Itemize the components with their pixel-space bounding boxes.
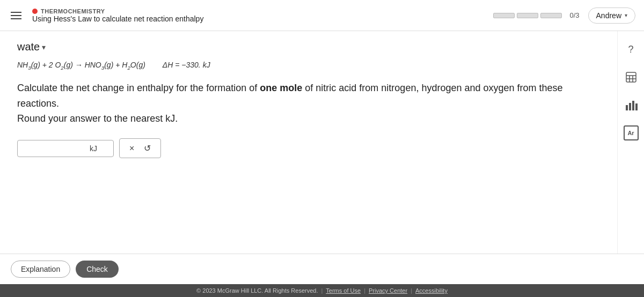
question-text-before: Calculate the net change in enthalpy for…	[17, 83, 260, 93]
topic-selector[interactable]: wate ▾	[17, 41, 600, 53]
topic-chevron-icon[interactable]: ▾	[42, 43, 46, 51]
footer-terms[interactable]: Terms of Use	[326, 287, 361, 294]
progress-area: 0/3	[493, 11, 579, 19]
content-area: wate ▾ NH3(g) + 2 O2(g) → HNO3(g) + H2O(…	[0, 31, 617, 254]
main-content: wate ▾ NH3(g) + 2 O2(g) → HNO3(g) + H2O(…	[0, 31, 644, 254]
answer-input[interactable]	[23, 144, 87, 153]
question-bold: one mole	[260, 83, 302, 93]
chart-icon	[625, 100, 638, 110]
eq-main: NH3(g) + 2 O2(g) → HNO3(g) + H2O(g)	[17, 61, 145, 71]
hamburger-menu[interactable]	[9, 10, 24, 21]
delta-h: ΔH = −330. kJ	[163, 61, 210, 69]
app-container: THERMOCHEMISTRY Using Hess's Law to calc…	[0, 0, 644, 297]
title-section: THERMOCHEMISTRY Using Hess's Law to calc…	[32, 8, 485, 23]
chevron-down-icon: ▾	[625, 12, 627, 18]
subject-label: THERMOCHEMISTRY	[32, 8, 485, 14]
question-text: Calculate the net change in enthalpy for…	[17, 80, 600, 127]
progress-bar	[493, 13, 562, 18]
progress-seg-2	[517, 13, 538, 18]
input-row: kJ × ↺	[17, 138, 600, 158]
unit-label: kJ	[90, 144, 97, 153]
calculator-icon	[625, 71, 638, 84]
svg-rect-8	[635, 103, 638, 110]
footer-sep-3: |	[411, 287, 412, 294]
footer-privacy[interactable]: Privacy Center	[369, 287, 407, 294]
page-title: Using Hess's Law to calculate net reacti…	[32, 14, 485, 23]
periodic-table-icon: Ar	[624, 125, 639, 140]
right-sidebar: ? Ar	[617, 31, 644, 254]
svg-rect-7	[632, 101, 634, 110]
user-name: Andrew	[596, 11, 621, 20]
bottom-bar: Explanation Check	[0, 254, 644, 284]
question-mark-icon: ?	[628, 44, 633, 55]
explanation-button[interactable]: Explanation	[11, 261, 70, 278]
subject-text: THERMOCHEMISTRY	[41, 8, 105, 14]
reaction-equation: NH3(g) + 2 O2(g) → HNO3(g) + H2O(g) ΔH =…	[17, 61, 600, 71]
question-line2: Round your answer to the nearest kJ.	[17, 113, 178, 124]
red-dot-icon	[32, 9, 38, 14]
calculator-button[interactable]	[621, 68, 641, 87]
periodic-symbol: Ar	[627, 130, 634, 136]
progress-seg-1	[493, 13, 515, 18]
footer-copyright: © 2023 McGraw Hill LLC. All Rights Reser…	[196, 287, 318, 294]
periodic-table-button[interactable]: Ar	[621, 123, 641, 143]
footer: © 2023 McGraw Hill LLC. All Rights Reser…	[0, 284, 644, 297]
svg-rect-5	[626, 105, 628, 110]
footer-sep-2: |	[364, 287, 365, 294]
help-button[interactable]: ?	[621, 40, 641, 59]
footer-sep-1: |	[321, 287, 323, 294]
check-button[interactable]: Check	[76, 261, 119, 278]
progress-text: 0/3	[569, 11, 579, 19]
user-menu-button[interactable]: Andrew ▾	[588, 8, 635, 24]
topic-label: wate	[17, 41, 40, 53]
progress-seg-3	[540, 13, 562, 18]
action-btn-group: × ↺	[119, 138, 161, 158]
clear-button[interactable]: ×	[127, 143, 136, 154]
footer-accessibility[interactable]: Accessibility	[415, 287, 448, 294]
svg-rect-6	[629, 103, 631, 110]
svg-rect-0	[626, 72, 636, 82]
chart-button[interactable]	[621, 95, 641, 115]
reset-button[interactable]: ↺	[142, 142, 153, 154]
answer-input-wrapper: kJ	[17, 140, 114, 157]
top-bar: THERMOCHEMISTRY Using Hess's Law to calc…	[0, 0, 644, 31]
